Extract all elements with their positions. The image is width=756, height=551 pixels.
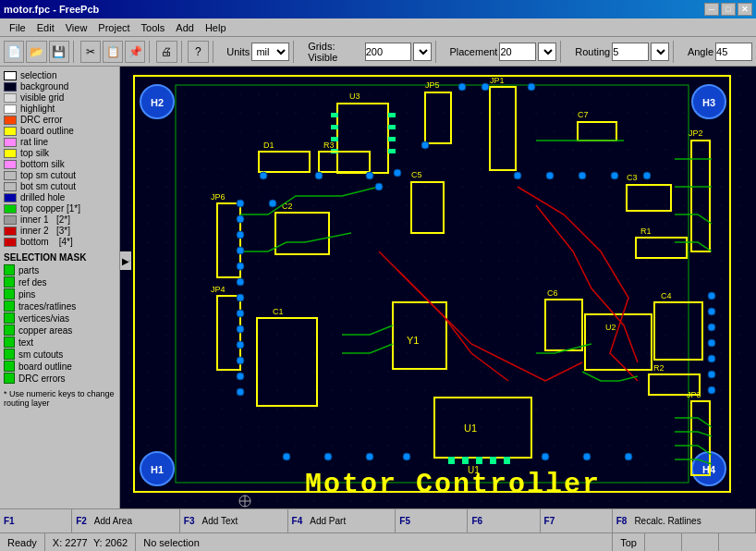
fk-f5[interactable]: F5 xyxy=(396,509,468,533)
grids-input[interactable] xyxy=(365,43,411,61)
mask-copper[interactable]: copper areas xyxy=(4,324,116,336)
routing-input[interactable] xyxy=(612,43,649,61)
menu-view[interactable]: View xyxy=(60,20,93,35)
placement-select[interactable]: ▼ xyxy=(538,43,556,61)
mask-box-pins xyxy=(4,288,15,300)
layer-label-botsm: bot sm cutout xyxy=(20,181,76,191)
status-selection-text: No selection xyxy=(143,537,200,548)
layer-top-copper[interactable]: top copper [1*] xyxy=(4,203,116,214)
fk-f6[interactable]: F6 xyxy=(468,509,540,533)
fk-f3[interactable]: F3 Add Text xyxy=(180,509,288,533)
layer-color-grid xyxy=(4,93,17,103)
separator-5 xyxy=(293,41,297,63)
mask-label-refdes: ref des xyxy=(18,277,47,288)
layer-top-silk[interactable]: top silk xyxy=(4,148,116,158)
mask-pins[interactable]: pins xyxy=(4,288,116,300)
svg-point-89 xyxy=(237,310,244,317)
status-pad1 xyxy=(645,533,682,551)
layer-drc-error[interactable]: DRC error xyxy=(4,115,116,125)
fk-f7[interactable]: F7 xyxy=(541,509,613,533)
layer-inner1[interactable]: inner 1 [2*] xyxy=(4,214,116,225)
close-button[interactable]: ✕ xyxy=(738,3,752,16)
layer-color-topsilk xyxy=(4,149,17,158)
angle-input[interactable] xyxy=(715,43,752,61)
fk-f8[interactable]: F8 Recalc. Ratlines xyxy=(613,509,756,533)
layer-bot-sm[interactable]: bot sm cutout xyxy=(4,181,116,191)
svg-text:R2: R2 xyxy=(653,363,665,373)
menu-tools[interactable]: Tools xyxy=(136,20,171,35)
menu-edit[interactable]: Edit xyxy=(31,20,60,35)
layer-background[interactable]: background xyxy=(4,81,116,92)
help-button[interactable]: ? xyxy=(188,41,208,63)
mask-drc[interactable]: DRC errors xyxy=(4,373,116,384)
layer-top-sm[interactable]: top sm cutout xyxy=(4,170,116,180)
status-x-value: 2277 xyxy=(65,537,87,548)
mask-refdes[interactable]: ref des xyxy=(4,276,116,288)
svg-rect-15 xyxy=(331,125,338,129)
svg-point-97 xyxy=(708,324,715,331)
print-button[interactable]: 🖨 xyxy=(156,41,177,63)
svg-text:C5: C5 xyxy=(411,170,422,179)
menu-file[interactable]: File xyxy=(4,20,31,35)
open-button[interactable]: 📂 xyxy=(26,41,46,63)
cut-button[interactable]: ✂ xyxy=(80,41,101,63)
fk-f2[interactable]: F2 Add Area xyxy=(72,509,180,533)
angle-label: Angle xyxy=(688,46,713,57)
mask-verts[interactable]: vertices/vias xyxy=(4,312,116,324)
routing-select[interactable]: ▼ xyxy=(651,43,669,61)
copy-button[interactable]: 📋 xyxy=(103,41,123,63)
svg-point-106 xyxy=(542,453,549,460)
fk-f2-key: F2 xyxy=(72,514,91,528)
svg-point-84 xyxy=(237,231,244,239)
svg-point-86 xyxy=(237,263,244,270)
layer-label-hole: drilled hole xyxy=(20,192,65,202)
svg-point-91 xyxy=(237,341,244,349)
paste-button[interactable]: 📌 xyxy=(125,41,145,63)
fk-f1[interactable]: F1 xyxy=(0,509,72,533)
layer-visible-grid[interactable]: visible grid xyxy=(4,92,116,103)
layer-selection[interactable]: selection xyxy=(4,70,116,80)
svg-point-77 xyxy=(546,172,554,179)
status-coords: X: 2277 Y: 2062 xyxy=(45,533,136,551)
layer-inner2[interactable]: inner 2 [3*] xyxy=(4,226,116,236)
svg-text:R3: R3 xyxy=(323,141,335,150)
grids-select[interactable]: ▼ xyxy=(413,43,432,61)
mask-smcutouts[interactable]: sm cutouts xyxy=(4,349,116,360)
mask-parts[interactable]: parts xyxy=(4,264,116,276)
svg-point-72 xyxy=(528,83,535,91)
layer-drilled-hole[interactable]: drilled hole xyxy=(4,192,116,202)
mask-board-outline[interactable]: board outline xyxy=(4,361,116,372)
layer-bottom-silk[interactable]: bottom silk xyxy=(4,159,116,169)
layer-bottom[interactable]: bottom [4*] xyxy=(4,237,116,247)
layer-color-rat xyxy=(4,138,17,147)
svg-rect-66 xyxy=(504,457,510,464)
mask-traces[interactable]: traces/ratlines xyxy=(4,300,116,312)
svg-point-99 xyxy=(708,355,715,362)
units-select[interactable]: mil mm xyxy=(251,43,289,61)
menu-add[interactable]: Add xyxy=(170,20,200,35)
svg-text:U1: U1 xyxy=(464,422,477,434)
menu-help[interactable]: Help xyxy=(200,20,232,35)
new-button[interactable]: 📄 xyxy=(4,41,24,63)
svg-point-100 xyxy=(708,371,715,378)
fk-f7-key: F7 xyxy=(541,514,559,528)
left-panel: selection background visible grid highli… xyxy=(0,67,120,508)
mask-label-smcutouts: sm cutouts xyxy=(18,349,63,360)
pcb-canvas[interactable]: ▶ H2 H3 H1 xyxy=(120,67,756,508)
routing-label: Routing xyxy=(575,46,610,57)
layer-label-topsilk: top silk xyxy=(20,148,49,158)
menu-project[interactable]: Project xyxy=(92,20,135,35)
save-button[interactable]: 💾 xyxy=(49,41,69,63)
layer-board-outline[interactable]: board outline xyxy=(4,126,116,136)
svg-point-85 xyxy=(237,247,244,254)
layer-highlight[interactable]: highlight xyxy=(4,104,116,114)
placement-input[interactable] xyxy=(499,43,536,61)
mask-text[interactable]: text xyxy=(4,337,116,348)
maximize-button[interactable]: □ xyxy=(721,3,736,16)
status-layer-text: Top xyxy=(620,537,637,548)
layer-rat-line[interactable]: rat line xyxy=(4,137,116,147)
fk-f4-key: F4 xyxy=(288,514,307,528)
layer-color-inner2 xyxy=(4,227,17,236)
fk-f4[interactable]: F4 Add Part xyxy=(288,509,396,533)
minimize-button[interactable]: ─ xyxy=(704,3,719,16)
